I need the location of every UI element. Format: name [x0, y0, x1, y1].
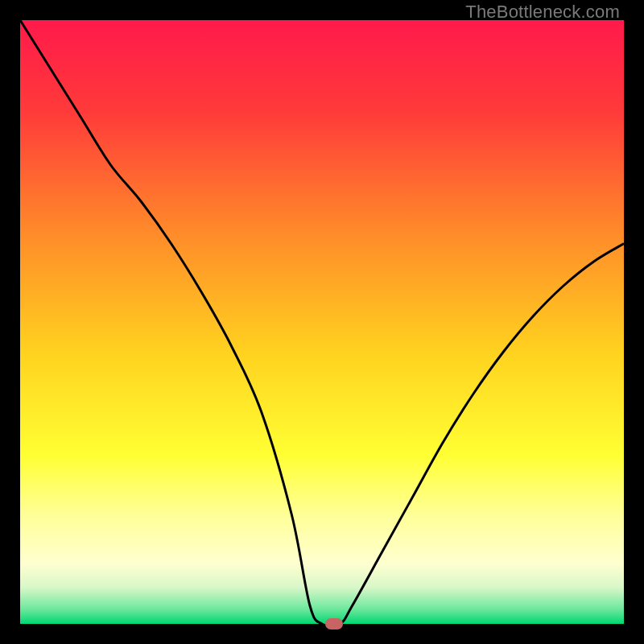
- gradient-background: [20, 20, 624, 624]
- watermark-text: TheBottleneck.com: [465, 2, 620, 23]
- optimal-point-marker: [325, 618, 343, 630]
- bottleneck-chart: [20, 20, 624, 624]
- chart-frame: [20, 20, 624, 624]
